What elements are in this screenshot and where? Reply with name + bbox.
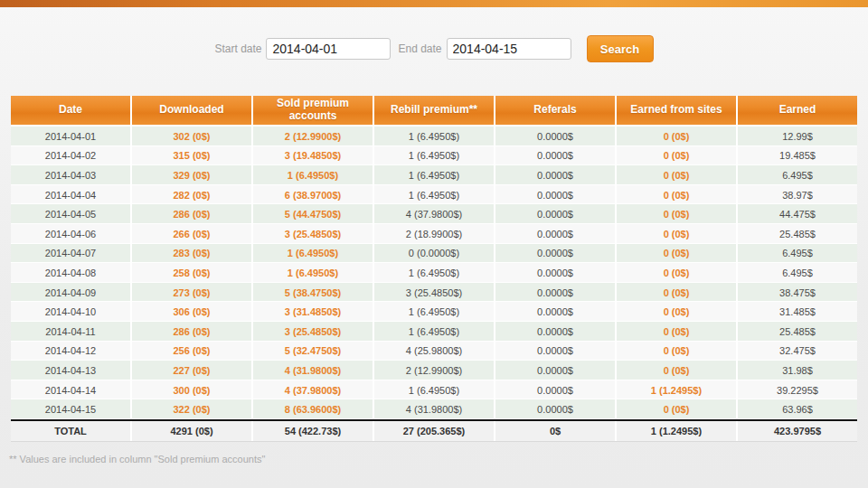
table-body: 2014-04-01302 (0$)2 (12.9900$)1 (6.4950$… <box>11 127 857 419</box>
table-cell: 2014-04-14 <box>11 380 132 400</box>
total-cell-sold-premium-accounts: 54 (422.73$) <box>253 421 374 441</box>
table-row: 2014-04-06266 (0$)3 (25.4850$)2 (18.9900… <box>11 224 857 244</box>
table-row: 2014-04-15322 (0$)8 (63.9600$)4 (31.9800… <box>11 399 857 419</box>
table-cell: 31.485$ <box>738 302 857 322</box>
table-cell: 63.96$ <box>738 399 857 419</box>
table-cell: 1 (6.4950$) <box>253 263 374 283</box>
table-cell: 3 (31.4850$) <box>253 302 374 322</box>
table-cell: 25.485$ <box>738 322 857 342</box>
table-cell: 25.485$ <box>738 224 857 244</box>
table-cell: 0 (0$) <box>617 361 738 380</box>
column-header-date: Date <box>11 96 132 125</box>
table-row: 2014-04-03329 (0$)1 (6.4950$)1 (6.4950$)… <box>11 165 857 185</box>
table-cell: 1 (6.4950$) <box>374 322 495 342</box>
table-cell: 0.0000$ <box>495 244 617 264</box>
table-cell: 1 (6.4950$) <box>374 302 495 322</box>
table-cell: 2014-04-13 <box>11 361 132 380</box>
table-cell: 5 (38.4750$) <box>253 283 374 303</box>
table-cell: 0.0000$ <box>495 342 617 361</box>
table-cell: 0.0000$ <box>495 283 617 303</box>
table-row: 2014-04-07283 (0$)1 (6.4950$)0 (0.0000$)… <box>11 244 857 264</box>
table-cell: 0 (0$) <box>617 322 738 342</box>
table-header-row: Date Downloaded Sold premium accounts Re… <box>11 96 857 127</box>
end-date-input[interactable] <box>447 38 571 60</box>
table-cell: 1 (6.4950$) <box>374 165 495 185</box>
table-cell: 0 (0$) <box>617 127 738 146</box>
column-header-referals: Referals <box>495 96 617 125</box>
table-cell: 286 (0$) <box>132 204 253 224</box>
table-cell: 5 (32.4750$) <box>253 342 374 361</box>
table-cell: 266 (0$) <box>132 224 253 244</box>
table-cell: 1 (6.4950$) <box>253 244 374 264</box>
table-cell: 0.0000$ <box>495 322 617 342</box>
table-cell: 2014-04-11 <box>11 322 132 342</box>
table-cell: 0.0000$ <box>495 380 617 400</box>
table-row: 2014-04-10306 (0$)3 (31.4850$)1 (6.4950$… <box>11 302 857 322</box>
table-cell: 1 (6.4950$) <box>374 263 495 283</box>
table-cell: 5 (44.4750$) <box>253 204 374 224</box>
table-cell: 286 (0$) <box>132 322 253 342</box>
table-cell: 6.495$ <box>738 263 857 283</box>
table-cell: 0.0000$ <box>495 127 617 146</box>
table-cell: 6.495$ <box>738 244 857 264</box>
search-form: Start date End date Search <box>0 35 868 62</box>
column-header-rebill-premium: Rebill premium** <box>374 96 495 125</box>
table-cell: 283 (0$) <box>132 244 253 264</box>
table-cell: 38.97$ <box>738 185 857 205</box>
table-row: 2014-04-12256 (0$)5 (32.4750$)4 (25.9800… <box>11 342 857 361</box>
table-cell: 2014-04-12 <box>11 342 132 361</box>
table-cell: 4 (25.9800$) <box>374 342 495 361</box>
table-cell: 44.475$ <box>738 204 857 224</box>
table-cell: 1 (6.4950$) <box>374 185 495 205</box>
table-row: 2014-04-14300 (0$)4 (37.9800$)1 (6.4950$… <box>11 380 857 400</box>
table-cell: 2014-04-04 <box>11 185 132 205</box>
earnings-stats-table: Date Downloaded Sold premium accounts Re… <box>11 96 857 442</box>
table-cell: 306 (0$) <box>132 302 253 322</box>
table-cell: 0.0000$ <box>495 302 617 322</box>
table-cell: 2014-04-10 <box>11 302 132 322</box>
table-cell: 0 (0$) <box>617 399 738 419</box>
end-date-label: End date <box>398 42 441 55</box>
table-cell: 8 (63.9600$) <box>253 399 374 419</box>
total-cell-earned: 423.9795$ <box>738 421 857 441</box>
column-header-earned: Earned <box>738 96 857 125</box>
table-cell: 2014-04-01 <box>11 127 132 146</box>
table-cell: 2014-04-06 <box>11 224 132 244</box>
table-cell: 322 (0$) <box>132 399 253 419</box>
start-date-label: Start date <box>214 42 261 55</box>
table-cell: 4 (37.9800$) <box>374 204 495 224</box>
column-header-sold-premium-accounts: Sold premium accounts <box>253 96 374 125</box>
start-date-input[interactable] <box>266 38 391 60</box>
table-cell: 2 (12.9900$) <box>374 361 495 380</box>
table-cell: 3 (25.4850$) <box>253 224 374 244</box>
search-button[interactable]: Search <box>587 35 654 62</box>
table-cell: 19.485$ <box>738 146 857 166</box>
table-cell: 0 (0$) <box>617 302 738 322</box>
table-cell: 2 (18.9900$) <box>374 224 495 244</box>
table-cell: 2014-04-02 <box>11 146 132 166</box>
table-cell: 1 (1.2495$) <box>617 380 738 400</box>
table-cell: 32.475$ <box>738 342 857 361</box>
table-cell: 0.0000$ <box>495 185 617 205</box>
table-cell: 2014-04-03 <box>11 165 132 185</box>
table-cell: 0.0000$ <box>495 224 617 244</box>
table-cell: 1 (6.4950$) <box>374 127 495 146</box>
table-cell: 3 (25.4850$) <box>374 283 495 303</box>
table-cell: 6.495$ <box>738 165 857 185</box>
table-cell: 0 (0$) <box>617 146 738 166</box>
table-cell: 0 (0$) <box>617 224 738 244</box>
table-cell: 4 (31.9800$) <box>374 399 495 419</box>
table-cell: 0 (0.0000$) <box>374 244 495 264</box>
top-accent-bar <box>0 0 868 7</box>
table-cell: 0 (0$) <box>617 283 738 303</box>
total-cell-downloaded: 4291 (0$) <box>132 421 253 441</box>
table-cell: 0 (0$) <box>617 342 738 361</box>
table-cell: 1 (6.4950$) <box>253 165 374 185</box>
table-row: 2014-04-02315 (0$)3 (19.4850$)1 (6.4950$… <box>11 146 857 166</box>
table-row: 2014-04-08258 (0$)1 (6.4950$)1 (6.4950$)… <box>11 263 857 283</box>
table-cell: 2014-04-09 <box>11 283 132 303</box>
table-row: 2014-04-05286 (0$)5 (44.4750$)4 (37.9800… <box>11 204 857 224</box>
table-cell: 329 (0$) <box>132 165 253 185</box>
table-cell: 31.98$ <box>738 361 857 380</box>
table-cell: 3 (19.4850$) <box>253 146 374 166</box>
